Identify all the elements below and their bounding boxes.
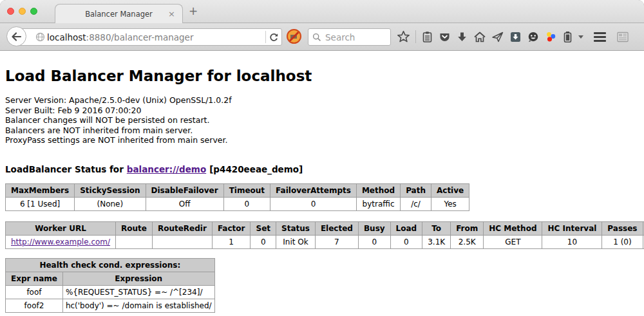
- status-value: Init Ok: [276, 235, 316, 248]
- col-busy: Busy: [358, 221, 390, 235]
- busy-value: 0: [358, 235, 390, 248]
- balancers-inherit-line: Balancers are NOT inherited from main se…: [5, 125, 639, 136]
- downloads-icon[interactable]: [456, 31, 468, 43]
- col-timeout: Timeout: [223, 183, 270, 197]
- status-heading-suffix: [p4420eeae_demo]: [209, 164, 303, 174]
- balancer-header-row: MaxMembers StickySession DisableFailover…: [6, 183, 469, 197]
- balancer-data-row: 6 [1 Used] (None) Off 0 0 bytraffic /c/ …: [6, 197, 469, 210]
- plugin-blocked-icon[interactable]: [287, 29, 301, 44]
- maxmembers-value: 6 [1 Used]: [6, 197, 75, 210]
- col-set: Set: [251, 221, 276, 235]
- bookmark-star-icon[interactable]: [397, 30, 410, 43]
- disablefailover-value: Off: [146, 197, 223, 210]
- col-status: Status: [276, 221, 316, 235]
- hc-interval-value: 10: [542, 235, 602, 248]
- col-to: To: [422, 221, 451, 235]
- col-hc-method: HC Method: [484, 221, 542, 235]
- proxypass-inherit-line: ProxyPass settings are NOT inherited fro…: [5, 135, 639, 145]
- page-content: Load Balancer Manager for localhost Serv…: [0, 51, 644, 316]
- window-controls: [7, 8, 37, 15]
- hc-method-value: GET: [484, 235, 542, 248]
- to-value: 3.1K: [422, 235, 451, 248]
- from-value: 2.5K: [451, 235, 484, 248]
- col-route: Route: [116, 221, 153, 235]
- reload-icon: [269, 32, 279, 42]
- menu-hamburger-icon[interactable]: [594, 32, 606, 42]
- worker-data-row: http://www.example.com/ 1 0 Init Ok 7 0 …: [6, 235, 644, 248]
- expr-name-value: foof2: [6, 299, 63, 312]
- col-maxmembers: MaxMembers: [6, 183, 75, 197]
- col-active: Active: [431, 183, 469, 197]
- health-title-row: Health check cond. expressions:: [6, 258, 215, 272]
- worker-table: Worker URL Route RouteRedir Factor Set S…: [5, 221, 644, 249]
- tab-bar: Balancer Manager × +: [0, 0, 644, 23]
- tab-balancer-manager[interactable]: Balancer Manager ×: [55, 4, 183, 24]
- health-check-table: Health check cond. expressions: Expr nam…: [5, 258, 215, 313]
- url-host: localhost: [47, 32, 86, 42]
- expr-name-value: foof: [6, 285, 63, 299]
- newspaper-grid-icon[interactable]: [616, 31, 629, 43]
- battery-icon[interactable]: [562, 31, 573, 43]
- reload-button[interactable]: [269, 32, 279, 42]
- balancer-summary-table: MaxMembers StickySession DisableFailover…: [5, 183, 469, 211]
- col-path: Path: [401, 183, 431, 197]
- extension-colorful-icon[interactable]: [545, 31, 557, 43]
- load-value: 0: [390, 235, 422, 248]
- close-tab-icon[interactable]: ×: [168, 9, 175, 19]
- back-arrow-icon: [11, 32, 22, 41]
- reading-list-icon[interactable]: [421, 31, 433, 43]
- route-value: [116, 235, 153, 248]
- browser-window: Balancer Manager × + localhost:8880/bala…: [0, 0, 644, 316]
- url-bar[interactable]: localhost:8880/balancer-manager: [17, 28, 282, 46]
- expression-value: %{REQUEST_STATUS} =~ /^[234]/: [62, 285, 214, 299]
- search-icon: [312, 33, 321, 42]
- chat-smiley-icon[interactable]: [527, 31, 540, 43]
- worker-url-cell: http://www.example.com/: [6, 235, 116, 248]
- persist-warning-line: Balancer changes will NOT be persisted o…: [5, 115, 639, 125]
- stickysession-value: (None): [75, 197, 146, 210]
- health-header-row: Expr name Expression: [6, 272, 215, 285]
- toolbar-buttons: [397, 23, 629, 50]
- new-tab-button[interactable]: +: [189, 5, 198, 17]
- home-icon[interactable]: [473, 31, 486, 43]
- col-factor: Factor: [212, 221, 251, 235]
- navigation-toolbar: localhost:8880/balancer-manager Search: [0, 23, 644, 51]
- status-heading-prefix: LoadBalancer Status for: [5, 164, 124, 174]
- col-stickysession: StickySession: [75, 183, 146, 197]
- elected-value: 7: [315, 235, 358, 248]
- url-text[interactable]: localhost:8880/balancer-manager: [47, 32, 263, 42]
- worker-header-row: Worker URL Route RouteRedir Factor Set S…: [6, 221, 644, 235]
- routeredir-value: [152, 235, 212, 248]
- col-load: Load: [390, 221, 422, 235]
- col-expr-name: Expr name: [6, 272, 63, 285]
- pocket-icon[interactable]: [439, 31, 451, 43]
- search-field[interactable]: Search: [308, 28, 391, 46]
- back-button[interactable]: [6, 26, 26, 46]
- download-helper-icon[interactable]: [509, 31, 522, 43]
- method-value: bytraffic: [356, 197, 400, 210]
- col-passes: Passes: [602, 221, 643, 235]
- tab-title: Balancer Manager: [85, 10, 153, 19]
- expression-value: hc('body') =~ /domain is established/: [62, 299, 214, 312]
- col-failoverattempts: FailoverAttempts: [270, 183, 357, 197]
- search-placeholder: Search: [325, 32, 355, 42]
- health-row-foof: foof %{REQUEST_STATUS} =~ /^[234]/: [6, 285, 215, 299]
- minimize-window-button[interactable]: [19, 8, 26, 15]
- worker-url-link[interactable]: http://www.example.com/: [11, 237, 110, 246]
- failoverattempts-value: 0: [270, 197, 357, 210]
- col-expression: Expression: [62, 272, 214, 285]
- health-table-title: Health check cond. expressions:: [6, 258, 215, 272]
- toolbar-divider: [415, 30, 416, 43]
- col-disablefailover: DisableFailover: [146, 183, 223, 197]
- send-page-icon[interactable]: [491, 31, 504, 43]
- site-identity-globe-icon[interactable]: [35, 32, 45, 42]
- fullscreen-window-button[interactable]: [30, 8, 37, 15]
- col-method: Method: [356, 183, 400, 197]
- health-row-foof2: foof2 hc('body') =~ /domain is establish…: [6, 299, 215, 312]
- chevron-down-icon[interactable]: [578, 35, 583, 39]
- close-window-button[interactable]: [7, 8, 14, 15]
- col-worker-url: Worker URL: [6, 221, 116, 235]
- url-path: :8880/balancer-manager: [86, 32, 194, 42]
- balancer-demo-link[interactable]: balancer://demo: [127, 164, 206, 174]
- col-hc-interval: HC Interval: [542, 221, 602, 235]
